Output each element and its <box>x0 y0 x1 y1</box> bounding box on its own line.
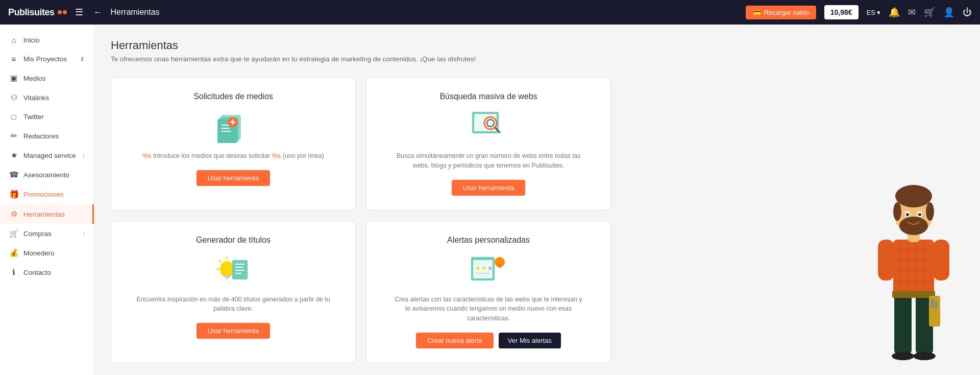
sidebar-item-label: Twitter <box>23 113 44 121</box>
sidebar-item-label: Contacto <box>23 269 51 276</box>
svg-rect-48 <box>929 296 940 326</box>
usar-herramienta-generador-button[interactable]: Usar herramienta <box>197 323 270 339</box>
sidebar-item-redactores[interactable]: ✏ Redactores <box>0 126 94 146</box>
usar-herramienta-busqueda-button[interactable]: Usar herramienta <box>452 180 525 196</box>
tool-title-generador: Generador de títulos <box>196 236 271 245</box>
tool-card-solicitudes-medios: Solicitudes de medios <box>111 77 356 210</box>
notification-icon[interactable]: 🔔 <box>889 7 900 18</box>
sidebar-item-label: Herramientas <box>23 210 65 218</box>
solicitudes-icon <box>213 108 254 144</box>
topnav-actions: 💳 Recargar saldo 10,98€ ES ▾ 🔔 ✉ 🛒 👤 ⏻ <box>746 5 972 19</box>
svg-rect-43 <box>878 240 894 280</box>
svg-point-51 <box>892 352 914 360</box>
sidebar-item-label: Compras <box>23 230 52 238</box>
sidebar-item-label: Redactores <box>23 132 59 140</box>
svg-rect-50 <box>935 301 937 309</box>
svg-point-33 <box>499 266 501 268</box>
chevron-right-icon-2: › <box>83 230 85 237</box>
power-icon[interactable]: ⏻ <box>963 7 972 18</box>
logo: Publisuites <box>8 7 67 18</box>
topnav: Publisuites ☰ ← Herramientas 💳 Recargar … <box>0 0 980 25</box>
wallet-icon: 💰 <box>9 248 18 257</box>
tool-actions-solicitudes: Usar herramienta <box>197 170 270 186</box>
page-title: Herramientas <box>111 39 964 52</box>
tool-desc-busqueda: Busca simultáneamente un gran número de … <box>391 151 585 171</box>
svg-text:★: ★ <box>481 265 487 272</box>
sidebar-item-label: Vitalinks <box>23 94 49 102</box>
sidebar-item-promociones[interactable]: 🎁 Promociones <box>0 184 94 204</box>
page-subtitle: Te ofrecemos unas herramientas extra que… <box>111 55 964 63</box>
chevron-right-icon: › <box>83 152 85 159</box>
usar-herramienta-solicitudes-button[interactable]: Usar herramienta <box>197 170 270 186</box>
ver-mis-alertas-button[interactable]: Ver Mis alertas <box>499 333 561 348</box>
sidebar-item-medios[interactable]: ▣ Medios <box>0 68 94 88</box>
sidebar-item-twitter[interactable]: □ Twitter <box>0 107 94 126</box>
tool-desc-solicitudes: %s Introduce los medios que deseas solic… <box>142 151 324 161</box>
user-icon[interactable]: 👤 <box>943 7 954 18</box>
sidebar-item-vitalinks[interactable]: ⚇ Vitalinks <box>0 88 94 107</box>
tool-desc-alertas: Crea alertas con las características de … <box>391 295 585 323</box>
recargar-icon: 💳 <box>753 9 761 16</box>
sidebar-item-label: Mis Proyectos <box>23 55 67 63</box>
sidebar: ⌂ Inicio ≡ Mis Proyectos ⬆ ▣ Medios ⚇ Vi… <box>0 25 94 375</box>
star-icon: ★ <box>9 151 18 160</box>
tool-actions-alertas: Crear nueva alerta Ver Mis alertas <box>416 333 561 348</box>
sidebar-item-label: Medios <box>23 75 46 82</box>
tool-title-solicitudes: Solicitudes de medios <box>193 92 273 101</box>
svg-point-57 <box>926 202 934 221</box>
worker-illustration <box>868 160 960 375</box>
sidebar-item-label: Managed service <box>23 152 76 159</box>
tool-title-busqueda: Búsqueda masiva de webs <box>439 92 537 101</box>
lang-selector[interactable]: ES ▾ <box>867 9 880 16</box>
sidebar-item-managed-service[interactable]: ★ Managed service › <box>0 146 94 165</box>
layout: ⌂ Inicio ≡ Mis Proyectos ⬆ ▣ Medios ⚇ Vi… <box>0 25 980 375</box>
topnav-title: Herramientas <box>111 8 160 17</box>
upload-icon: ⬆ <box>80 56 85 63</box>
svg-line-19 <box>219 261 221 262</box>
menu-icon[interactable]: ☰ <box>73 5 85 20</box>
sidebar-item-herramientas[interactable]: ⚙ Herramientas <box>0 204 94 224</box>
gift-icon: 🎁 <box>9 190 18 199</box>
list-icon: ≡ <box>9 55 18 63</box>
sidebar-item-asesoramiento[interactable]: ☎ Asesoramiento <box>0 165 94 184</box>
tool-card-alertas-personalizadas: Alertas personalizadas ★ ★ ★ <box>366 221 611 363</box>
recargar-button[interactable]: 💳 Recargar saldo <box>746 6 816 19</box>
svg-rect-45 <box>894 292 912 354</box>
mail-icon[interactable]: ✉ <box>908 7 916 18</box>
generador-icon <box>213 252 254 288</box>
svg-rect-47 <box>892 291 935 298</box>
cart-sidebar-icon: 🛒 <box>9 229 18 238</box>
tool-title-alertas: Alertas personalizadas <box>447 236 530 245</box>
svg-rect-49 <box>931 298 934 309</box>
sidebar-item-mis-proyectos[interactable]: ≡ Mis Proyectos ⬆ <box>0 50 94 68</box>
busqueda-icon <box>468 108 509 144</box>
balance-badge: 10,98€ <box>824 5 859 19</box>
svg-point-62 <box>918 213 921 216</box>
phone-icon: ☎ <box>9 170 18 179</box>
tools-icon: ⚙ <box>9 209 18 219</box>
svg-point-60 <box>917 211 922 217</box>
sidebar-item-monedero[interactable]: 💰 Monedero <box>0 243 94 263</box>
medios-icon: ▣ <box>9 74 18 83</box>
tool-card-generador-titulos: Generador de títulos <box>111 221 356 363</box>
svg-point-52 <box>913 352 936 360</box>
tool-card-busqueda-masiva: Búsqueda masiva de webs Busca simultánea… <box>366 77 611 210</box>
sidebar-item-contacto[interactable]: ℹ Contacto <box>0 263 94 282</box>
cart-icon[interactable]: 🛒 <box>924 7 935 18</box>
main-content: Herramientas Te ofrecemos unas herramien… <box>94 25 980 375</box>
crear-nueva-alerta-button[interactable]: Crear nueva alerta <box>416 333 494 348</box>
info-icon: ℹ <box>9 268 18 277</box>
sidebar-item-inicio[interactable]: ⌂ Inicio <box>0 31 94 50</box>
svg-point-54 <box>894 194 933 235</box>
svg-point-14 <box>220 261 234 277</box>
sidebar-item-label: Asesoramiento <box>23 171 69 179</box>
pen-icon: ✏ <box>9 131 18 140</box>
sidebar-item-label: Monedero <box>23 249 55 257</box>
svg-rect-46 <box>916 292 933 354</box>
home-icon: ⌂ <box>9 36 18 44</box>
alertas-icon: ★ ★ ★ <box>468 252 509 288</box>
back-icon[interactable]: ← <box>91 5 105 20</box>
sidebar-item-compras[interactable]: 🛒 Compras › <box>0 224 94 243</box>
tool-desc-generador: Encuentra inspiración en más de 400 títu… <box>136 295 330 314</box>
svg-point-58 <box>899 217 928 235</box>
